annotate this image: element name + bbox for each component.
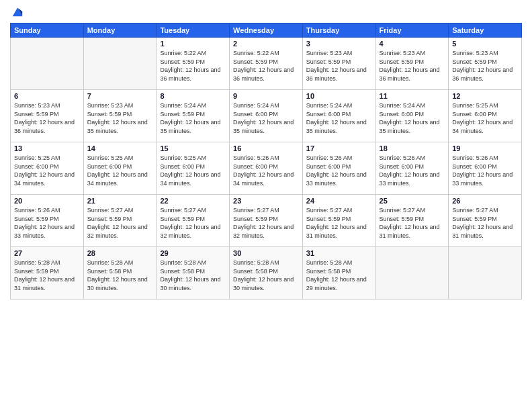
day-number: 5 <box>452 40 518 48</box>
logo <box>10 7 24 17</box>
calendar-cell: 27Sunrise: 5:28 AM Sunset: 5:59 PM Dayli… <box>11 247 84 300</box>
week-row-2: 6Sunrise: 5:23 AM Sunset: 5:59 PM Daylig… <box>11 90 522 142</box>
day-info: Sunrise: 5:23 AM Sunset: 5:59 PM Dayligh… <box>452 49 518 83</box>
day-number: 24 <box>306 197 372 205</box>
calendar-cell: 22Sunrise: 5:27 AM Sunset: 5:59 PM Dayli… <box>157 195 230 247</box>
col-header-thursday: Thursday <box>302 24 375 38</box>
day-info: Sunrise: 5:28 AM Sunset: 5:58 PM Dayligh… <box>306 259 372 292</box>
day-info: Sunrise: 5:28 AM Sunset: 5:58 PM Dayligh… <box>160 259 226 292</box>
day-info: Sunrise: 5:28 AM Sunset: 5:59 PM Dayligh… <box>14 259 80 292</box>
day-number: 7 <box>87 92 153 100</box>
day-number: 6 <box>14 92 80 100</box>
day-number: 9 <box>233 92 299 100</box>
day-info: Sunrise: 5:26 AM Sunset: 5:59 PM Dayligh… <box>14 206 80 240</box>
calendar-cell: 6Sunrise: 5:23 AM Sunset: 5:59 PM Daylig… <box>11 90 84 142</box>
calendar-cell: 18Sunrise: 5:26 AM Sunset: 6:00 PM Dayli… <box>375 142 449 195</box>
calendar-cell: 20Sunrise: 5:26 AM Sunset: 5:59 PM Dayli… <box>11 195 84 247</box>
day-number: 21 <box>87 197 153 205</box>
col-header-monday: Monday <box>83 24 157 38</box>
header <box>10 7 522 17</box>
day-info: Sunrise: 5:23 AM Sunset: 5:59 PM Dayligh… <box>87 101 153 135</box>
day-info: Sunrise: 5:27 AM Sunset: 5:59 PM Dayligh… <box>452 206 518 240</box>
day-info: Sunrise: 5:25 AM Sunset: 6:00 PM Dayligh… <box>87 154 153 187</box>
calendar-cell: 7Sunrise: 5:23 AM Sunset: 5:59 PM Daylig… <box>83 90 157 142</box>
col-header-tuesday: Tuesday <box>157 24 230 38</box>
day-number: 1 <box>160 40 226 48</box>
day-info: Sunrise: 5:26 AM Sunset: 6:00 PM Dayligh… <box>233 154 299 187</box>
day-number: 16 <box>233 144 299 152</box>
day-number: 22 <box>160 197 226 205</box>
calendar-cell: 4Sunrise: 5:23 AM Sunset: 5:59 PM Daylig… <box>375 38 449 90</box>
day-number: 3 <box>306 40 372 48</box>
calendar-cell: 19Sunrise: 5:26 AM Sunset: 6:00 PM Dayli… <box>449 142 522 195</box>
week-row-1: 1Sunrise: 5:22 AM Sunset: 5:59 PM Daylig… <box>11 38 522 90</box>
calendar-cell: 17Sunrise: 5:26 AM Sunset: 6:00 PM Dayli… <box>302 142 375 195</box>
week-row-3: 13Sunrise: 5:25 AM Sunset: 6:00 PM Dayli… <box>11 142 522 195</box>
day-number: 28 <box>87 249 153 257</box>
day-number: 2 <box>233 40 299 48</box>
calendar-cell: 16Sunrise: 5:26 AM Sunset: 6:00 PM Dayli… <box>230 142 303 195</box>
day-info: Sunrise: 5:24 AM Sunset: 5:59 PM Dayligh… <box>160 101 226 135</box>
calendar-cell <box>449 247 522 300</box>
calendar-cell <box>11 38 84 90</box>
day-number: 8 <box>160 92 226 100</box>
col-header-wednesday: Wednesday <box>230 24 303 38</box>
day-info: Sunrise: 5:23 AM Sunset: 5:59 PM Dayligh… <box>380 49 445 83</box>
day-info: Sunrise: 5:25 AM Sunset: 6:00 PM Dayligh… <box>14 154 80 187</box>
day-info: Sunrise: 5:22 AM Sunset: 5:59 PM Dayligh… <box>233 49 299 83</box>
calendar-cell: 13Sunrise: 5:25 AM Sunset: 6:00 PM Dayli… <box>11 142 84 195</box>
day-number: 15 <box>160 144 226 152</box>
day-info: Sunrise: 5:25 AM Sunset: 6:00 PM Dayligh… <box>160 154 226 187</box>
calendar-cell: 30Sunrise: 5:28 AM Sunset: 5:58 PM Dayli… <box>230 247 303 300</box>
day-info: Sunrise: 5:26 AM Sunset: 6:00 PM Dayligh… <box>306 154 372 187</box>
day-info: Sunrise: 5:26 AM Sunset: 6:00 PM Dayligh… <box>380 154 445 187</box>
day-info: Sunrise: 5:27 AM Sunset: 5:59 PM Dayligh… <box>233 206 299 240</box>
calendar-cell: 14Sunrise: 5:25 AM Sunset: 6:00 PM Dayli… <box>83 142 157 195</box>
calendar-cell: 12Sunrise: 5:25 AM Sunset: 6:00 PM Dayli… <box>449 90 522 142</box>
logo-icon <box>11 5 24 17</box>
day-number: 14 <box>87 144 153 152</box>
calendar-cell: 28Sunrise: 5:28 AM Sunset: 5:58 PM Dayli… <box>83 247 157 300</box>
calendar-cell <box>375 247 449 300</box>
day-info: Sunrise: 5:23 AM Sunset: 5:59 PM Dayligh… <box>14 101 80 135</box>
day-number: 19 <box>452 144 518 152</box>
calendar-cell <box>83 38 157 90</box>
page: SundayMondayTuesdayWednesdayThursdayFrid… <box>0 0 532 411</box>
day-number: 4 <box>380 40 445 48</box>
calendar-cell: 3Sunrise: 5:23 AM Sunset: 5:59 PM Daylig… <box>302 38 375 90</box>
day-info: Sunrise: 5:27 AM Sunset: 5:59 PM Dayligh… <box>306 206 372 240</box>
day-number: 26 <box>452 197 518 205</box>
col-header-sunday: Sunday <box>11 24 84 38</box>
day-number: 13 <box>14 144 80 152</box>
calendar-cell: 8Sunrise: 5:24 AM Sunset: 5:59 PM Daylig… <box>157 90 230 142</box>
day-number: 31 <box>306 249 372 257</box>
calendar-cell: 21Sunrise: 5:27 AM Sunset: 5:59 PM Dayli… <box>83 195 157 247</box>
day-number: 10 <box>306 92 372 100</box>
day-number: 30 <box>233 249 299 257</box>
day-info: Sunrise: 5:27 AM Sunset: 5:59 PM Dayligh… <box>160 206 226 240</box>
day-number: 20 <box>14 197 80 205</box>
day-number: 11 <box>380 92 445 100</box>
col-header-friday: Friday <box>375 24 449 38</box>
day-info: Sunrise: 5:24 AM Sunset: 6:00 PM Dayligh… <box>233 101 299 135</box>
calendar-table: SundayMondayTuesdayWednesdayThursdayFrid… <box>10 23 522 300</box>
calendar-cell: 5Sunrise: 5:23 AM Sunset: 5:59 PM Daylig… <box>449 38 522 90</box>
day-info: Sunrise: 5:22 AM Sunset: 5:59 PM Dayligh… <box>160 49 226 83</box>
day-number: 18 <box>380 144 445 152</box>
calendar-cell: 11Sunrise: 5:24 AM Sunset: 6:00 PM Dayli… <box>375 90 449 142</box>
day-info: Sunrise: 5:28 AM Sunset: 5:58 PM Dayligh… <box>87 259 153 292</box>
day-info: Sunrise: 5:25 AM Sunset: 6:00 PM Dayligh… <box>452 101 518 135</box>
day-number: 29 <box>160 249 226 257</box>
col-header-saturday: Saturday <box>449 24 522 38</box>
calendar-cell: 31Sunrise: 5:28 AM Sunset: 5:58 PM Dayli… <box>302 247 375 300</box>
calendar-cell: 23Sunrise: 5:27 AM Sunset: 5:59 PM Dayli… <box>230 195 303 247</box>
day-number: 12 <box>452 92 518 100</box>
day-number: 25 <box>380 197 445 205</box>
calendar-cell: 10Sunrise: 5:24 AM Sunset: 6:00 PM Dayli… <box>302 90 375 142</box>
day-info: Sunrise: 5:27 AM Sunset: 5:59 PM Dayligh… <box>87 206 153 240</box>
day-number: 27 <box>14 249 80 257</box>
week-row-5: 27Sunrise: 5:28 AM Sunset: 5:59 PM Dayli… <box>11 247 522 300</box>
day-info: Sunrise: 5:27 AM Sunset: 5:59 PM Dayligh… <box>380 206 445 240</box>
calendar-header-row: SundayMondayTuesdayWednesdayThursdayFrid… <box>11 24 522 38</box>
calendar-cell: 1Sunrise: 5:22 AM Sunset: 5:59 PM Daylig… <box>157 38 230 90</box>
